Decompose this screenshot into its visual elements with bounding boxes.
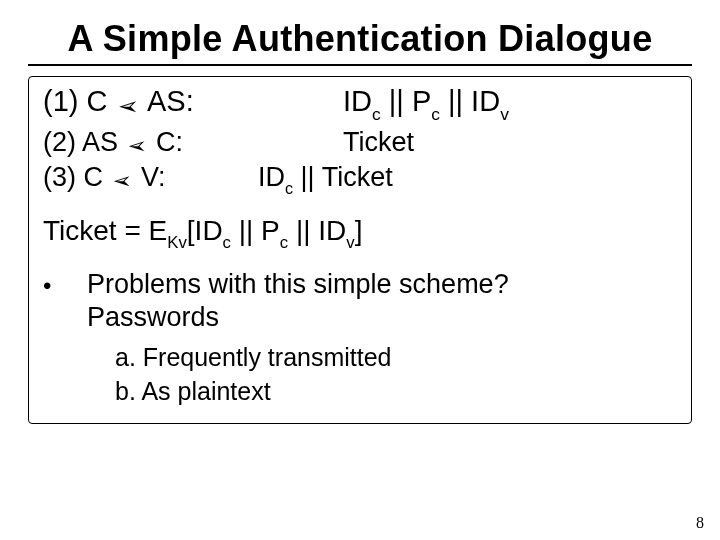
step3-prefix: (3) C bbox=[43, 162, 111, 192]
protocol-step-1: (1) C ➣ AS: IDc || Pc || IDv bbox=[43, 83, 677, 124]
step3-lhs: (3) C ➣ V: bbox=[43, 161, 258, 195]
subpoint-a: a. Frequently transmitted bbox=[115, 341, 677, 375]
bullet-line-2: Passwords bbox=[87, 302, 219, 332]
arrow-icon: ➣ bbox=[128, 132, 147, 161]
step2-prefix: (2) AS bbox=[43, 127, 126, 157]
arrow-icon: ➣ bbox=[118, 91, 139, 122]
sub-points: a. Frequently transmitted b. As plaintex… bbox=[115, 341, 677, 409]
step2-payload: Ticket bbox=[343, 126, 677, 160]
title-underline bbox=[28, 64, 692, 66]
protocol-step-2: (2) AS ➣ C: Ticket bbox=[43, 126, 677, 160]
step3-to: V: bbox=[134, 162, 166, 192]
step2-to: C: bbox=[149, 127, 184, 157]
step3-payload: IDc || Ticket bbox=[258, 161, 677, 197]
step2-lhs: (2) AS ➣ C: bbox=[43, 126, 343, 160]
problems-bullet: • Problems with this simple scheme? Pass… bbox=[43, 268, 677, 336]
subpoint-b: b. As plaintext bbox=[115, 375, 677, 409]
slide-title: A Simple Authentication Dialogue bbox=[28, 18, 692, 60]
bullet-line-1: Problems with this simple scheme? bbox=[87, 269, 509, 299]
step1-payload: IDc || Pc || IDv bbox=[343, 83, 677, 124]
content-box: (1) C ➣ AS: IDc || Pc || IDv (2) AS ➣ C:… bbox=[28, 76, 692, 424]
bullet-text: Problems with this simple scheme? Passwo… bbox=[87, 268, 509, 336]
arrow-icon: ➣ bbox=[113, 167, 132, 196]
protocol-step-3: (3) C ➣ V: IDc || Ticket bbox=[43, 161, 677, 197]
slide: A Simple Authentication Dialogue (1) C ➣… bbox=[0, 0, 720, 540]
step1-prefix: (1) C bbox=[43, 85, 116, 117]
bullet-icon: • bbox=[43, 268, 87, 301]
step1-to: AS: bbox=[141, 85, 194, 117]
ticket-definition: Ticket = EKv[IDc || Pc || IDv] bbox=[43, 215, 677, 252]
page-number: 8 bbox=[696, 514, 704, 532]
step1-lhs: (1) C ➣ AS: bbox=[43, 83, 343, 119]
